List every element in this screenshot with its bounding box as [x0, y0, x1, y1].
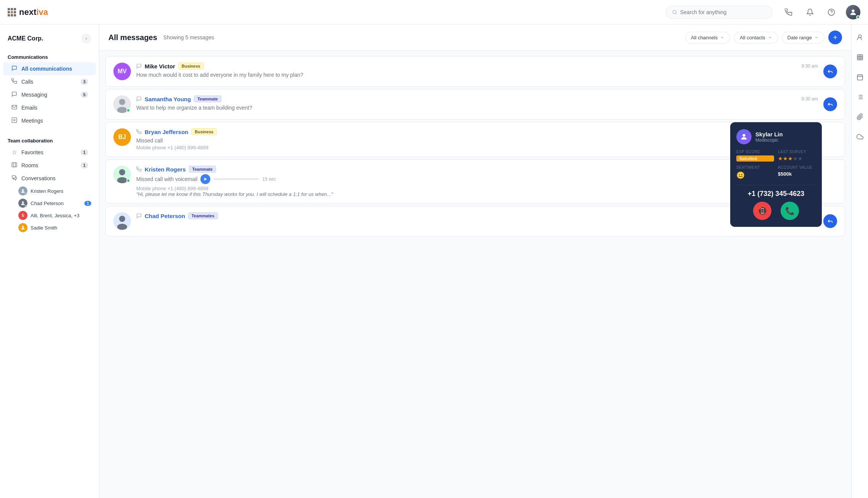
favorites-icon: ☆: [11, 149, 18, 156]
end-call-button[interactable]: 📵: [753, 202, 771, 220]
collapse-button[interactable]: ‹: [81, 34, 91, 44]
help-icon[interactable]: [824, 5, 838, 19]
list-icon[interactable]: [853, 90, 867, 104]
sidebar-item-messaging[interactable]: Messaging 5: [3, 88, 96, 101]
popup-avatar: [736, 129, 752, 144]
sub-avatar-chad: [18, 199, 27, 208]
user-avatar[interactable]: [846, 5, 860, 19]
avatar-wrap-samantha: [113, 95, 131, 113]
bell-icon[interactable]: [803, 5, 817, 19]
sentiment-label: SENTIMENT: [736, 165, 774, 170]
messaging-icon: [11, 91, 18, 98]
avatar-bryan: BJ: [113, 128, 131, 146]
contacts-filter[interactable]: All contacts: [734, 32, 778, 44]
sidebar-item-favorites[interactable]: ☆ Favorites 1: [3, 146, 96, 159]
date-filter[interactable]: Date range: [782, 32, 824, 44]
msg-tag: Business: [191, 128, 217, 135]
logo: nextiva: [8, 7, 48, 17]
last-survey-cell: LAST SURVEY ★★★★★: [778, 150, 816, 162]
svg-point-20: [119, 216, 125, 222]
message-type-icon: [136, 96, 142, 102]
channels-filter[interactable]: All channels: [685, 32, 730, 44]
message-type-icon: [136, 213, 142, 218]
reply-button[interactable]: [823, 97, 837, 111]
msg-name: Mike Victor: [145, 63, 175, 70]
msg-time: 9:30 am: [802, 96, 818, 102]
svg-point-0: [673, 10, 676, 14]
call-type-icon: [136, 129, 142, 134]
sidebar-item-all-communications[interactable]: All communications: [3, 62, 96, 75]
avatar-wrap-mike: MV: [113, 63, 131, 80]
contact-popup: Skylar Lin Mediscopic EXP SCORE Satisfie…: [730, 122, 822, 227]
messages-list: MV Mike Victor Business 9:30 am How much…: [99, 51, 851, 498]
sub-item-chad[interactable]: Chad Peterson 1: [0, 197, 99, 209]
sidebar-item-emails[interactable]: Emails: [3, 101, 96, 114]
last-survey-label: LAST SURVEY: [778, 150, 816, 154]
main-layout: ACME Corp. ‹ Communications All communic…: [0, 24, 868, 498]
add-button[interactable]: +: [828, 31, 842, 44]
phone-icon[interactable]: [782, 5, 795, 19]
exp-score-value: Satisfied: [736, 155, 774, 162]
messages-title: All messages: [108, 33, 157, 42]
nav-icons: [782, 5, 860, 19]
chad-badge: 1: [84, 201, 91, 206]
msg-time: 9:30 am: [802, 63, 818, 69]
avatar-wrap-chad: [113, 212, 131, 230]
reply-button[interactable]: [823, 214, 837, 228]
sub-item-kristen[interactable]: Kristen Rogers: [0, 185, 99, 197]
sidebar-header: ACME Corp. ‹: [0, 31, 99, 50]
rooms-icon: [11, 162, 18, 169]
building-icon[interactable]: [853, 50, 867, 64]
sentiment-cell: SENTIMENT 😐: [736, 165, 774, 179]
main-content: All messages Showing 5 messages All chan…: [99, 24, 851, 498]
messaging-badge: 5: [81, 92, 88, 98]
svg-point-17: [117, 177, 127, 183]
voicemail-label: Missed call with voicemail: [136, 175, 197, 183]
online-indicator: [126, 108, 130, 112]
messages-header: All messages Showing 5 messages All chan…: [99, 24, 851, 51]
cloud-icon[interactable]: [853, 130, 867, 144]
msg-tag: Teammate: [189, 166, 216, 173]
sidebar-item-calls[interactable]: Calls 3: [3, 75, 96, 88]
sub-item-group[interactable]: 5 Alli, Brent, Jessica, +3: [0, 209, 99, 222]
sub-item-label: Chad Peterson: [31, 200, 64, 206]
sidebar-item-label: Emails: [21, 105, 37, 111]
message-card-samantha: Samantha Young Teammate 9:30 am Want to …: [105, 89, 845, 120]
msg-name: Kristen Rogers: [145, 166, 186, 173]
sidebar-item-rooms[interactable]: Rooms 1: [3, 159, 96, 172]
all-communications-icon: [11, 65, 18, 72]
popup-user-info: Skylar Lin Mediscopic: [755, 131, 783, 143]
calendar-icon[interactable]: [853, 70, 867, 84]
play-button[interactable]: [200, 174, 210, 184]
svg-marker-18: [204, 178, 207, 181]
msg-name: Samantha Young: [145, 96, 191, 102]
sidebar-item-label: Meetings: [21, 118, 43, 124]
search-input[interactable]: [680, 9, 766, 15]
svg-point-4: [852, 9, 854, 12]
msg-name: Chad Peterson: [145, 213, 185, 219]
sidebar-item-label: Conversations: [21, 175, 56, 181]
calls-badge: 3: [81, 79, 88, 85]
msg-top: Chad Peterson Teammates 9:30 am: [136, 212, 818, 219]
msg-body-mike: Mike Victor Business 9:30 am How much wo…: [136, 63, 818, 79]
avatar-wrap-kristen: [113, 166, 131, 183]
search-bar[interactable]: [666, 6, 773, 19]
attachment-icon[interactable]: [853, 110, 867, 124]
msg-tag: Teammate: [194, 95, 221, 102]
reply-button[interactable]: [823, 65, 837, 78]
popup-metrics: EXP SCORE Satisfied LAST SURVEY ★★★★★ SE…: [736, 150, 816, 179]
contact-icon[interactable]: [853, 31, 867, 44]
sub-avatar-sadie: [18, 223, 27, 232]
svg-point-8: [22, 189, 24, 191]
sidebar-item-meetings[interactable]: Meetings: [3, 114, 96, 127]
filter-group: All channels All contacts Date range +: [685, 31, 842, 44]
msg-top: Mike Victor Business 9:30 am: [136, 63, 818, 70]
sidebar-item-conversations[interactable]: Conversations: [3, 172, 96, 185]
exp-score-label: EXP SCORE: [736, 150, 774, 154]
sub-item-label: Kristen Rogers: [31, 188, 63, 194]
svg-rect-5: [12, 105, 17, 109]
exp-score-cell: EXP SCORE Satisfied: [736, 150, 774, 162]
sub-item-sadie[interactable]: Sadie Smith: [0, 222, 99, 234]
answer-call-button[interactable]: 📞: [781, 202, 799, 220]
account-value-label: ACCOUNT VALUE: [778, 165, 816, 170]
